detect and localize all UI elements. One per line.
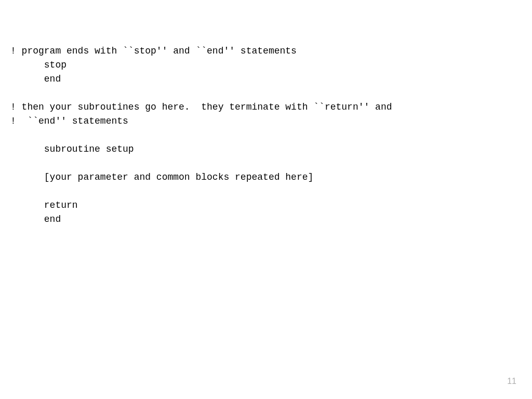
blank-line (10, 86, 532, 100)
code-line: ! then your subroutines go here. they te… (10, 100, 532, 114)
blank-line (10, 156, 532, 170)
code-line: return (10, 198, 532, 212)
code-line: [your parameter and common blocks repeat… (10, 170, 532, 184)
code-line: end (10, 72, 532, 86)
blank-line (10, 128, 532, 142)
code-line: end (10, 212, 532, 227)
code-line: subroutine setup (10, 142, 532, 156)
blank-line (10, 184, 532, 198)
page-number: 11 (507, 377, 516, 386)
code-line: stop (10, 58, 532, 72)
code-line: ! ``end'' statements (10, 114, 532, 128)
code-line: ! program ends with ``stop'' and ``end''… (10, 44, 532, 58)
